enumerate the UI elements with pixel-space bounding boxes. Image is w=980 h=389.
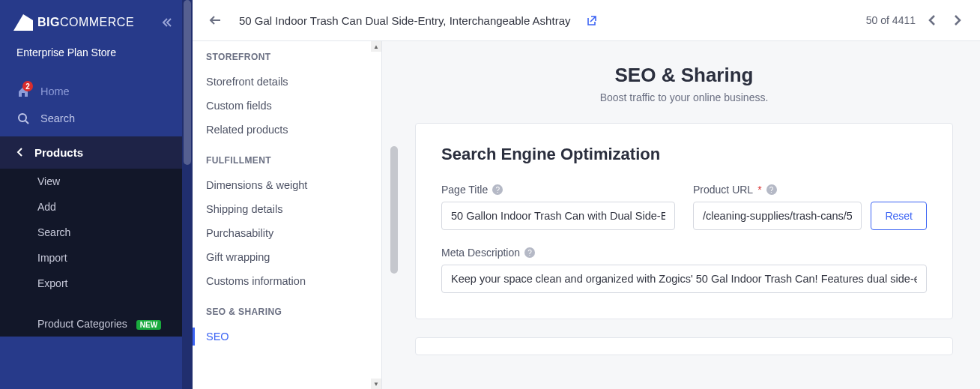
mid-scroll-down[interactable]: ▼ <box>371 379 381 389</box>
subnav-search-label: Search <box>37 226 70 238</box>
link-gift-wrapping[interactable]: Gift wrapping <box>193 245 381 269</box>
input-page-title[interactable] <box>441 202 675 230</box>
required-mark: * <box>757 184 761 196</box>
brand-big: BIG <box>37 16 60 28</box>
group-fulfillment: Fulfillment <box>193 155 381 173</box>
label-meta-description: Meta Description <box>441 247 520 259</box>
content-scrollbar[interactable] <box>390 146 398 274</box>
pager-prev[interactable] <box>923 11 941 29</box>
link-label: Purchasability <box>206 227 273 239</box>
nav-home-badge: 2 <box>22 81 33 91</box>
open-external-button[interactable] <box>584 13 597 27</box>
input-product-url[interactable] <box>693 202 862 230</box>
input-meta-description[interactable] <box>441 265 927 293</box>
svg-line-1 <box>25 121 28 124</box>
help-icon[interactable]: ? <box>524 247 535 258</box>
subnav-export[interactable]: Export <box>0 271 193 296</box>
svg-point-0 <box>19 114 26 121</box>
external-link-icon <box>585 15 596 26</box>
field-meta-description: Meta Description ? <box>441 247 927 293</box>
field-page-title: Page Title ? <box>441 184 675 230</box>
pager: 50 of 4411 <box>866 11 967 29</box>
link-custom-fields[interactable]: Custom fields <box>193 94 381 118</box>
link-label: Gift wrapping <box>206 251 270 263</box>
link-dimensions[interactable]: Dimensions & weight <box>193 173 381 197</box>
logo-row: BIGCOMMERCE <box>0 0 193 46</box>
brand-logo[interactable]: BIGCOMMERCE <box>13 14 134 31</box>
section-products-label: Products <box>34 146 83 159</box>
field-product-url: Product URL * ? Reset <box>693 184 927 230</box>
page-title: 50 Gal Indoor Trash Can Dual Side-Entry,… <box>239 14 570 27</box>
primary-nav: Home 2 Search <box>0 78 193 132</box>
pager-text: 50 of 4411 <box>866 14 916 26</box>
arrow-left-icon <box>208 13 222 27</box>
subnav-import[interactable]: Import <box>0 245 193 271</box>
link-label: Customs information <box>206 275 306 287</box>
sidebar-scrollbar[interactable] <box>184 0 191 165</box>
link-customs[interactable]: Customs information <box>193 269 381 293</box>
subnav-import-label: Import <box>37 252 67 264</box>
link-purchasability[interactable]: Purchasability <box>193 221 381 245</box>
search-icon <box>16 112 30 125</box>
nav-search[interactable]: Search <box>0 105 193 132</box>
link-label: Storefront details <box>206 76 288 88</box>
page-header: 50 Gal Indoor Trash Can Dual Side-Entry,… <box>193 0 980 41</box>
chevron-right-icon <box>953 14 962 26</box>
subnav-search[interactable]: Search <box>0 220 193 245</box>
help-icon[interactable]: ? <box>766 184 777 195</box>
chevron-left-icon <box>16 146 24 159</box>
chevron-double-left-icon <box>161 16 173 28</box>
link-label: Related products <box>206 124 288 136</box>
link-label: Shipping details <box>206 203 282 215</box>
next-card-peek <box>415 337 953 355</box>
product-subnav: Storefront Storefront details Custom fie… <box>193 41 382 389</box>
label-page-title: Page Title <box>441 184 488 196</box>
main-sidebar: BIGCOMMERCE Enterprise Plan Store Home 2… <box>0 0 193 389</box>
seo-card: Search Engine Optimization Page Title ? … <box>415 123 953 319</box>
link-related-products[interactable]: Related products <box>193 118 381 142</box>
pager-next[interactable] <box>949 11 967 29</box>
link-label: SEO <box>206 331 229 343</box>
group-seo-sharing: SEO & Sharing <box>193 307 381 325</box>
card-title: Search Engine Optimization <box>441 145 927 164</box>
content-heading: SEO & Sharing <box>415 64 953 87</box>
subnav-view-label: View <box>37 175 60 187</box>
subnav-categories[interactable]: Product Categories NEW <box>0 311 193 337</box>
content-subtitle: Boost traffic to your online business. <box>415 91 953 103</box>
brand-commerce: COMMERCE <box>60 16 134 28</box>
link-label: Dimensions & weight <box>206 179 307 191</box>
nav-search-label: Search <box>40 112 75 124</box>
content-area: SEO & Sharing Boost traffic to your onli… <box>382 41 980 389</box>
subnav-add[interactable]: Add <box>0 194 193 220</box>
new-badge: NEW <box>136 320 161 330</box>
nav-home[interactable]: Home 2 <box>0 78 193 105</box>
group-storefront: Storefront <box>193 52 381 70</box>
reset-url-button[interactable]: Reset <box>871 202 927 230</box>
section-products[interactable]: Products <box>0 136 193 169</box>
link-seo[interactable]: SEO <box>193 325 381 349</box>
store-name: Enterprise Plan Store <box>0 46 193 78</box>
collapse-sidebar-button[interactable] <box>158 13 176 31</box>
back-button[interactable] <box>206 11 224 29</box>
help-icon[interactable]: ? <box>492 184 503 195</box>
subnav-add-label: Add <box>37 201 56 213</box>
logo-icon <box>13 14 33 31</box>
mid-scroll-up[interactable]: ▲ <box>371 41 381 52</box>
link-label: Custom fields <box>206 100 272 112</box>
nav-home-label: Home <box>40 85 70 97</box>
chevron-left-icon <box>928 14 937 26</box>
label-product-url: Product URL <box>693 184 753 196</box>
link-storefront-details[interactable]: Storefront details <box>193 70 381 94</box>
products-subnav: View Add Search Import Export Product Ca… <box>0 169 193 337</box>
subnav-categories-label: Product Categories <box>37 318 127 330</box>
subnav-export-label: Export <box>37 277 67 289</box>
link-shipping[interactable]: Shipping details <box>193 197 381 221</box>
subnav-view[interactable]: View <box>0 169 193 194</box>
